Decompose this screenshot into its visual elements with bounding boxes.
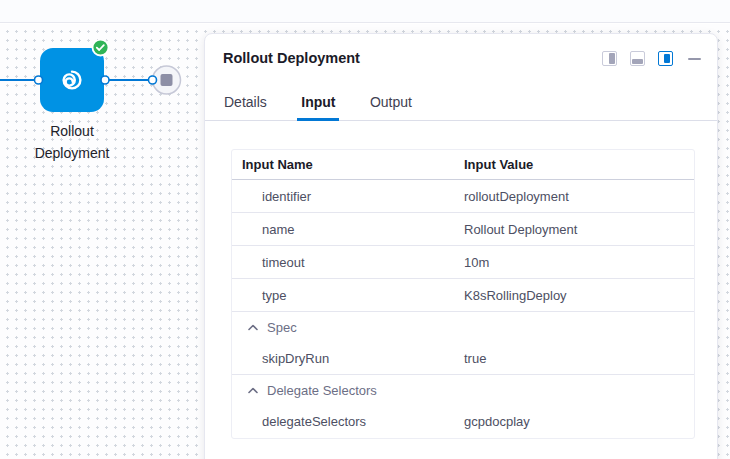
group-label: Spec <box>267 320 297 335</box>
input-name-cell: name <box>232 222 464 237</box>
step-details-panel: Rollout Deployment Details Input Output … <box>204 33 718 459</box>
success-check-icon <box>93 40 109 56</box>
table-header-row: Input Name Input Value <box>232 150 694 180</box>
input-value-cell: 10m <box>464 255 694 270</box>
dock-right-icon[interactable] <box>602 51 617 66</box>
tab-details[interactable]: Details <box>220 90 271 121</box>
table-group-row[interactable]: Spec <box>232 312 694 342</box>
table-body: identifier rolloutDeployment name Rollou… <box>232 180 694 438</box>
node-label-line2: Deployment <box>4 142 140 164</box>
input-table: Input Name Input Value identifier rollou… <box>231 149 695 439</box>
input-value-cell: gcpdocplay <box>464 414 694 429</box>
input-value-cell: K8sRollingDeploy <box>464 288 694 303</box>
table-row: name Rollout Deployment <box>232 213 694 246</box>
table-row: identifier rolloutDeployment <box>232 180 694 213</box>
dock-bottom-icon[interactable] <box>630 51 645 66</box>
input-value-cell: rolloutDeployment <box>464 189 694 204</box>
node-label-line1: Rollout <box>4 120 140 142</box>
tab-output[interactable]: Output <box>366 90 416 121</box>
input-name-cell: type <box>232 288 464 303</box>
node-label: Rollout Deployment <box>4 120 140 164</box>
group-label: Delegate Selectors <box>267 383 377 398</box>
column-input-value: Input Value <box>464 157 694 172</box>
column-input-name: Input Name <box>232 157 464 172</box>
chevron-up-icon <box>248 324 258 331</box>
input-name-cell: skipDryRun <box>232 351 464 366</box>
end-node-port[interactable] <box>149 76 157 84</box>
stop-square-icon <box>161 74 173 86</box>
table-row: type K8sRollingDeploy <box>232 279 694 312</box>
top-strip <box>0 0 730 23</box>
input-name-cell: timeout <box>232 255 464 270</box>
minimize-dash-icon[interactable] <box>688 58 701 60</box>
dock-right-active-icon[interactable] <box>658 51 673 66</box>
node-port-right[interactable] <box>101 76 109 84</box>
chevron-up-icon <box>248 387 258 394</box>
panel-tabs: Details Input Output <box>205 90 717 121</box>
table-row: timeout 10m <box>232 246 694 279</box>
pipeline-flow <box>0 40 200 130</box>
panel-window-controls <box>589 51 701 66</box>
table-row: delegateSelectors gcpdocplay <box>232 405 694 438</box>
input-name-cell: identifier <box>232 189 464 204</box>
input-value-cell: true <box>464 351 694 366</box>
tab-input[interactable]: Input <box>297 90 339 121</box>
panel-title: Rollout Deployment <box>223 50 360 66</box>
node-port-left[interactable] <box>35 76 43 84</box>
table-group-row[interactable]: Delegate Selectors <box>232 375 694 405</box>
input-value-cell: Rollout Deployment <box>464 222 694 237</box>
input-name-cell: delegateSelectors <box>232 414 464 429</box>
table-row: skipDryRun true <box>232 342 694 375</box>
